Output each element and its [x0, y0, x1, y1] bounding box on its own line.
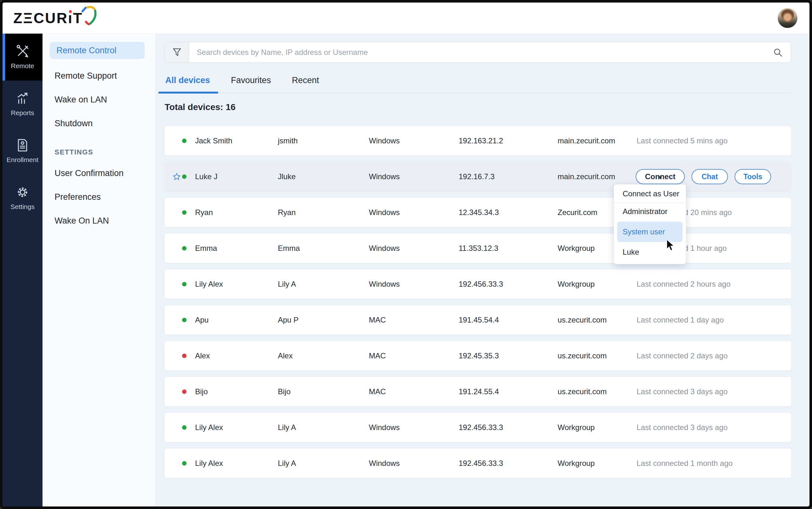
- tab-all-devices[interactable]: All devices: [165, 75, 211, 93]
- search-icon[interactable]: [773, 47, 782, 57]
- table-row[interactable]: Ryan Ryan Windows 12.345.34.3 Zecurit.co…: [165, 198, 791, 227]
- sidebar-item-wake-on-lan-settings[interactable]: Wake On LAN: [42, 209, 156, 233]
- enrollment-doc-icon: [15, 138, 30, 152]
- device-ip: 192.16.7.3: [459, 172, 495, 181]
- menu-item-system-user[interactable]: System user: [617, 222, 683, 242]
- device-domain: Zecurit.com: [557, 208, 597, 217]
- chevron-down-icon: ▾: [659, 174, 662, 181]
- status-dot: [182, 461, 187, 466]
- search-input[interactable]: [189, 48, 773, 57]
- sidebar-item-shutdown[interactable]: Shutdown: [42, 112, 156, 135]
- main-content: All devices Favourites Recent Total devi…: [156, 34, 809, 506]
- device-username: Emma: [278, 244, 300, 253]
- logo-part1: ZΞCUR: [13, 9, 68, 27]
- menu-title: Connect as User: [614, 184, 686, 203]
- table-row[interactable]: Lily Alex Lily A Windows 192.456.33.3 Wo…: [165, 449, 791, 478]
- device-os: Windows: [369, 244, 400, 253]
- status-dot: [182, 282, 187, 286]
- device-ip: 191.45.54.4: [459, 315, 499, 325]
- chart-icon: [15, 91, 30, 105]
- device-name: Ryan: [195, 208, 213, 217]
- device-ip: 191.24.55.4: [459, 387, 499, 396]
- menu-item-administrator[interactable]: Administrator: [614, 203, 686, 220]
- device-last-connected: Last connected 1 day ago: [637, 315, 724, 325]
- device-tabs: All devices Favourites Recent: [165, 75, 791, 93]
- tools-button[interactable]: Tools: [735, 169, 771, 184]
- sidebar-item-label: Wake On LAN: [55, 216, 109, 226]
- device-domain: us.zecurit.com: [557, 351, 607, 360]
- status-dot: [182, 139, 187, 143]
- sidebar-item-wake-on-lan[interactable]: Wake on LAN: [42, 88, 156, 112]
- device-name: Lily Alex: [195, 280, 223, 289]
- device-ip: 11.353.12.3: [459, 244, 498, 253]
- device-last-connected: Last connected 2 hours ago: [637, 280, 731, 289]
- sidebar-item-preferences[interactable]: Preferences: [42, 185, 156, 209]
- favourite-star-icon[interactable]: [172, 172, 181, 181]
- device-os: MAC: [369, 315, 386, 325]
- device-os: MAC: [369, 351, 386, 360]
- sidebar-item-label: Remote Support: [55, 71, 117, 81]
- table-row[interactable]: Bijo Bijo MAC 191.24.55.4 us.zecurit.com…: [165, 377, 791, 406]
- rail-item-remote[interactable]: Remote: [3, 34, 42, 80]
- filter-button[interactable]: [165, 42, 189, 63]
- chat-button[interactable]: Chat: [691, 169, 728, 184]
- device-os: Windows: [369, 136, 400, 145]
- device-name: Lily Alex: [195, 459, 223, 468]
- logo-text: ZΞCURıT: [13, 9, 83, 27]
- device-name: Emma: [195, 244, 217, 253]
- status-dot: [182, 425, 187, 430]
- sidebar-item-label: Preferences: [55, 192, 101, 202]
- device-last-connected: Last connected 2 days ago: [637, 351, 728, 360]
- sidebar-item-label: Remote Control: [57, 46, 116, 56]
- total-devices-count: Total devices: 16: [165, 102, 791, 112]
- device-name: Jack Smith: [195, 136, 232, 145]
- sidebar-section-settings: SETTINGS: [42, 148, 156, 156]
- rail-item-enrollment[interactable]: Enrollment: [3, 128, 42, 174]
- connect-as-user-menu: Connect as User Administrator System use…: [614, 184, 686, 264]
- table-row[interactable]: Apu Apu P MAC 191.45.54.4 us.zecurit.com…: [165, 305, 791, 335]
- connect-button[interactable]: Connect▾: [636, 169, 685, 184]
- device-ip: 192.456.33.3: [459, 423, 503, 432]
- device-search-bar: [165, 42, 791, 63]
- device-domain: Workgroup: [557, 244, 595, 253]
- device-name: Apu: [195, 315, 209, 325]
- status-dot: [182, 246, 187, 250]
- rail-item-reports[interactable]: Reports: [3, 80, 42, 128]
- device-domain: Workgroup: [557, 280, 595, 289]
- device-ip: 192.456.33.3: [459, 280, 503, 289]
- device-domain: Workgroup: [557, 423, 595, 432]
- status-dot: [182, 318, 187, 322]
- status-dot: [182, 353, 187, 358]
- device-ip: 12.345.34.3: [459, 208, 499, 217]
- status-dot: [182, 389, 187, 394]
- app-window: ZΞCURıT Remote: [0, 0, 812, 509]
- sidebar-item-user-confirmation[interactable]: User Confirmation: [42, 162, 156, 185]
- device-name: Alex: [195, 351, 210, 360]
- device-domain: main.zecurit.com: [557, 172, 615, 181]
- sidebar-item-remote-support[interactable]: Remote Support: [42, 64, 156, 88]
- rail-item-settings[interactable]: Settings: [3, 174, 42, 222]
- device-name: Luke J: [195, 172, 217, 181]
- device-os: Windows: [369, 208, 400, 217]
- table-row[interactable]: Lily Alex Lily A Windows 192.456.33.3 Wo…: [165, 270, 791, 299]
- table-row[interactable]: Luke J Jluke Windows 192.16.7.3 main.zec…: [165, 162, 791, 191]
- device-ip: 192.456.33.3: [459, 459, 503, 468]
- tab-recent[interactable]: Recent: [291, 75, 320, 93]
- table-row[interactable]: Jack Smith jsmith Windows 192.163.21.2 m…: [165, 126, 791, 156]
- logo-letter-i: ı: [68, 9, 73, 27]
- logo-shield-icon: [81, 6, 97, 26]
- user-avatar[interactable]: [778, 8, 798, 28]
- table-row[interactable]: Lily Alex Lily A Windows 192.456.33.3 Wo…: [165, 413, 791, 442]
- device-username: jsmith: [278, 136, 298, 145]
- sidebar-item-remote-control[interactable]: Remote Control: [50, 42, 145, 59]
- sidebar-item-label: User Confirmation: [55, 168, 124, 178]
- tab-favourites[interactable]: Favourites: [230, 75, 272, 93]
- device-ip: 192.163.21.2: [459, 136, 503, 145]
- menu-item-luke[interactable]: Luke: [614, 243, 686, 261]
- table-row[interactable]: Alex Alex MAC 192.45.35.3 us.zecurit.com…: [165, 341, 791, 370]
- device-last-connected: Last connected 5 mins ago: [637, 136, 728, 145]
- table-row[interactable]: Emma Emma Windows 11.353.12.3 Workgroup …: [165, 234, 791, 263]
- device-name: Lily Alex: [195, 423, 223, 432]
- sidebar-item-label: Shutdown: [55, 118, 93, 129]
- rail-item-label: Remote: [11, 62, 34, 70]
